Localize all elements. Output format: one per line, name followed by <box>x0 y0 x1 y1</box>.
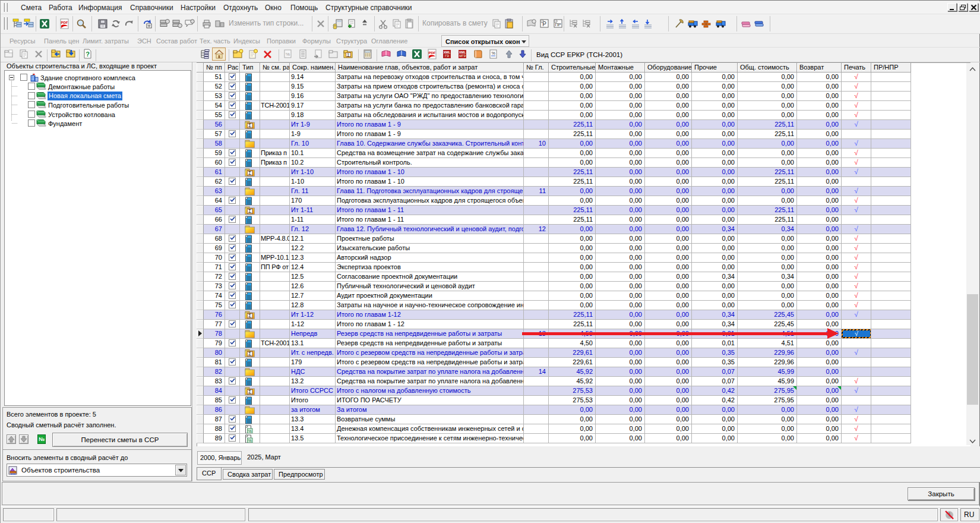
svg-text:Σ: Σ <box>248 313 251 319</box>
svg-text:МГЭ: МГЭ <box>459 54 466 58</box>
svg-text:Σ: Σ <box>248 170 251 176</box>
svg-text:PDF: PDF <box>61 21 68 24</box>
svg-text:PDF: PDF <box>429 51 436 55</box>
svg-text:%: % <box>248 439 252 443</box>
svg-text:Σ: Σ <box>347 53 349 57</box>
svg-text:Σ: Σ <box>248 122 251 128</box>
svg-text:ГЭ: ГЭ <box>445 54 449 58</box>
svg-text:%: % <box>286 52 290 57</box>
svg-text:Σ: Σ <box>248 389 251 395</box>
svg-text:%: % <box>248 429 252 433</box>
svg-text:?: ? <box>86 51 90 58</box>
svg-text:%: % <box>491 51 495 55</box>
svg-text:Σ: Σ <box>248 208 251 214</box>
svg-text:Σ: Σ <box>248 351 251 357</box>
